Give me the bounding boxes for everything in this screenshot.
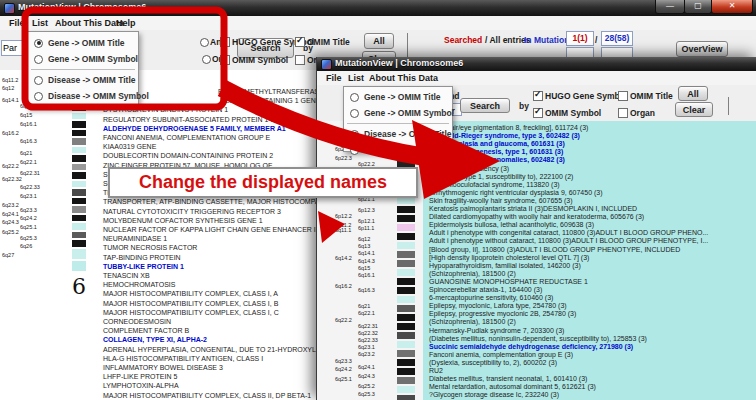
list-menu-item[interactable]: Disease -> OMIM Title xyxy=(344,126,452,142)
disease-row[interactable]: (Dyslexia, susceptibility to, 2), 600202… xyxy=(429,359,557,367)
menu-file[interactable]: File xyxy=(326,73,342,83)
gene-row[interactable]: HEMOCHROMATOSIS xyxy=(103,281,175,289)
menu-help[interactable]: Help xyxy=(116,18,136,28)
disease-row[interactable]: 6-mercaptopurine sensitivity, 610460 (3) xyxy=(429,294,553,302)
list-menu-item[interactable]: Gene -> OMIM Title xyxy=(28,35,138,51)
disease-row[interactable]: (Schizophrenia), 181500 (2) xyxy=(429,270,516,278)
gene-row[interactable]: MAJOR HISTOCOMPATIBILITY COMPLEX, CLASS … xyxy=(103,392,311,400)
all-button[interactable]: All xyxy=(678,86,708,101)
disease-row[interactable]: (Schizophrenia), 181500 (2) xyxy=(429,318,516,326)
disease-row[interactable]: [Blood group, Ii], 110800 (3)ADULT I BLO… xyxy=(429,246,680,254)
disease-row[interactable]: GUANOSINE MONOPHOSPHATE REDUCTASE 1 xyxy=(429,278,588,286)
gene-row[interactable]: COMPLEMENT FACTOR B xyxy=(103,327,189,335)
disease-row[interactable]: [High density lipoprotein cholesterol le… xyxy=(429,254,589,262)
omim-title-checkbox[interactable]: ✓ xyxy=(295,37,305,47)
all-button[interactable]: All xyxy=(364,33,394,49)
gene-row[interactable]: NEURAMINIDASE 1 xyxy=(103,235,167,243)
minimize-icon[interactable]: — xyxy=(655,0,685,14)
gene-row[interactable]: MAJOR HISTOCOMPATIBILITY COMPLEX, CLASS … xyxy=(103,290,278,298)
close-icon[interactable]: ✕ xyxy=(711,0,753,14)
overview-button[interactable]: OverView xyxy=(676,41,728,57)
gene-row[interactable]: MAJOR HISTOCOMPATIBILITY COMPLEX, CLASS … xyxy=(103,300,278,308)
clear-button[interactable]: Clear xyxy=(675,102,713,117)
disease-row[interactable]: Keratosis palmoplantaris striata II (3)D… xyxy=(429,205,637,213)
band-label: 6q24.2 xyxy=(20,215,37,221)
disease-row[interactable]: Spinocerebellar ataxia-1, 164400 (3) xyxy=(429,286,542,294)
search-button[interactable]: Search xyxy=(460,98,510,113)
gene-row[interactable]: COLLAGEN, TYPE XI, ALPHA-2 xyxy=(103,336,207,344)
disease-row[interactable]: (Diabetes mellitus, noninsulin-dependent… xyxy=(429,335,647,343)
gene-row[interactable]: TUBBY-LIKE PROTEIN 1 xyxy=(103,263,184,271)
disease-row[interactable]: Skin fragility-woolly hair syndrome, 607… xyxy=(429,197,573,205)
and-radio-icon[interactable] xyxy=(200,38,209,47)
disease-row[interactable]: Hypoparathyroidism, familial isolated, 1… xyxy=(429,262,581,270)
menu-file[interactable]: File xyxy=(9,18,25,28)
menu-list[interactable]: List xyxy=(348,73,364,83)
gene-row[interactable]: MOLYBDENUM COFACTOR SYNTHESIS GENE 1 xyxy=(103,217,263,225)
gene-row[interactable]: HLA-G HISTOCOMPATIBILITY ANTIGEN, CLASS … xyxy=(103,355,263,363)
disease-row[interactable]: Diabetes mellitus, transient neonatal, 1… xyxy=(429,375,587,383)
hugo-gene-symbol-checkbox[interactable]: ✓ xyxy=(533,91,543,101)
gene-row[interactable]: NATURAL CYTOTOXICITY TRIGGERING RECEPTOR… xyxy=(103,208,281,216)
gene-row[interactable]: ALDEHYDE DEHYDROGENASE 5 FAMILY, MEMBER … xyxy=(103,125,286,133)
disease-row[interactable]: Succinic semialdehyde dehydrogenase defi… xyxy=(429,343,633,351)
gene-row[interactable]: TENASCIN XB xyxy=(103,272,150,280)
disease-row[interactable]: Factor XIIIA deficiency (3) xyxy=(429,165,509,173)
ideogram-block xyxy=(397,224,415,231)
gene-row[interactable]: TUMOR NECROSIS FACTOR xyxy=(103,244,197,252)
disease-row[interactable]: ?Glycogen storage disease Ic, 232240 (3) xyxy=(429,391,559,399)
disease-row[interactable]: Adult i phenotype with congenital catara… xyxy=(429,229,708,237)
gene-row[interactable]: REPEAT CONTAINING 1 GENE xyxy=(220,97,320,105)
omim-title-checkbox[interactable]: ✓ xyxy=(618,91,628,101)
disease-row[interactable]: Mental retardation, autosomal dominant 5… xyxy=(429,383,596,391)
gene-row[interactable]: INFLAMMATORY BOWEL DISEASE 3 xyxy=(103,364,223,372)
list-menu-item[interactable]: Disease -> OMIM Title xyxy=(28,72,138,88)
disease-row[interactable]: Arrhythmogenic right ventricular dysplas… xyxy=(429,189,603,197)
disease-row[interactable]: Epilepsy, progressive myoclonic 2B, 2547… xyxy=(429,310,576,318)
list-menu-item[interactable]: Gene -> OMIM Symbol xyxy=(344,105,452,121)
total-count-field[interactable]: 28(58) xyxy=(601,31,633,46)
ideogram-block xyxy=(72,147,86,153)
disease-row[interactable]: RU2 xyxy=(429,367,443,375)
band-label: 6q16.1 xyxy=(358,272,375,278)
gene-row[interactable]: FANCONI ANEMIA, COMPLEMENTATION GROUP E xyxy=(103,134,270,142)
back-titlebar[interactable]: MutationView | Chromosome6 — ▢ ✕ xyxy=(0,0,756,16)
gene-row[interactable]: MAJOR HISTOCOMPATIBILITY COMPLEX, CLASS … xyxy=(103,309,279,317)
menu-about-this-data[interactable]: About This Data xyxy=(369,73,438,83)
front-titlebar[interactable]: MutationView | Chromosome6 xyxy=(317,57,756,72)
gene-row[interactable]: DOUBLECORTIN DOMAIN-CONTAINING PROTEIN 2 xyxy=(103,152,273,160)
menu-list[interactable]: List xyxy=(32,18,48,28)
gene-row[interactable]: LHFP-LIKE PROTEIN 5 xyxy=(103,373,177,381)
or-radio-icon[interactable] xyxy=(202,55,211,64)
gene-row[interactable]: KIAA0319 GENE xyxy=(103,143,156,151)
list-menu-item[interactable]: Gene -> OMIM Title xyxy=(344,89,452,105)
disease-row[interactable]: Adult i phenotype without cataract, 1108… xyxy=(429,237,708,245)
disease-row[interactable]: (Diabetes, type 1, susceptibility to), 2… xyxy=(429,173,573,181)
organ-checkbox[interactable]: ✓ xyxy=(618,108,628,118)
omim-symbol-checkbox[interactable]: ✓ xyxy=(533,108,543,118)
disease-row[interactable]: Epidermolysis bullosa, lethal acantholyt… xyxy=(429,221,594,229)
disease-row[interactable]: Dilated cardiomyopathy with woolly hair … xyxy=(429,213,644,221)
omim-symbol-checkbox[interactable]: ✓ xyxy=(220,55,230,65)
searched-count-field[interactable]: 1(1) xyxy=(566,31,594,46)
hugo-gene-symbol-checkbox[interactable]: ✓ xyxy=(220,37,230,47)
gene-row[interactable]: TAP-BINDING PROTEIN xyxy=(103,254,181,262)
organ-checkbox[interactable]: ✓ xyxy=(295,55,305,65)
gene-row[interactable]: LYMPHOTOXIN-ALPHA xyxy=(103,382,179,390)
band-label: 6q25.2 xyxy=(2,229,19,235)
gene-row[interactable]: CORNEODESMOSIN xyxy=(103,318,171,326)
gene-row[interactable]: RINE N-METHYLTRANSFERASE xyxy=(218,88,324,96)
menu-about-this-data[interactable]: About This Data xyxy=(55,18,124,28)
list-menu-item[interactable]: Gene -> OMIM Symbol xyxy=(28,51,138,67)
list-menu-item[interactable]: Disease -> OMIM Symbol xyxy=(344,142,452,158)
ideogram-block xyxy=(397,206,415,213)
disease-row[interactable]: Fanconi anemia, complementation group E … xyxy=(429,351,573,359)
gene-row[interactable]: REGULATORY SUBUNIT-ASSOCIATED PROTEIN 1-… xyxy=(103,116,286,124)
disease-row[interactable]: Hermansky-Pudlak syndrome 7, 203300 (3) xyxy=(429,327,564,335)
ideogram-block xyxy=(397,287,415,294)
disease-row[interactable]: Branchiooculofacial syndrome, 113820 (3) xyxy=(429,181,560,189)
back-window-title: MutationView | Chromosome6 xyxy=(18,2,146,12)
maximize-icon[interactable]: ▢ xyxy=(684,0,712,14)
list-menu-item[interactable]: Disease -> OMIM Symbol xyxy=(28,88,138,104)
disease-row[interactable]: Epilepsy, myoclonic, Lafora type, 254780… xyxy=(429,302,567,310)
